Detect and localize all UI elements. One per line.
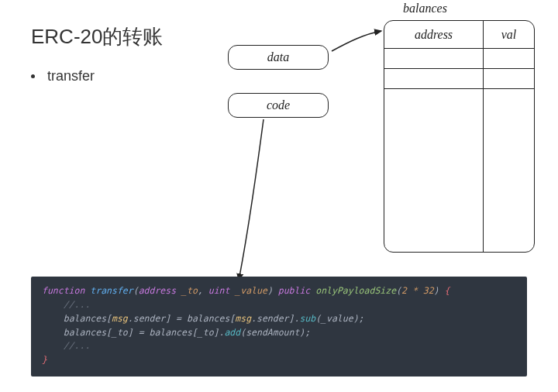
code-sender: .sender [128, 313, 165, 324]
comment-1: //... [64, 299, 91, 310]
comment-2: //... [64, 340, 91, 351]
table-row [384, 69, 483, 89]
code-text: (_value); [315, 313, 363, 324]
table-row [484, 49, 534, 69]
code-block: function transfer(address _to, uint _val… [31, 277, 527, 377]
code-sub: sub [299, 313, 315, 324]
title: ERC-20的转账 [31, 23, 163, 50]
type-address: address [139, 285, 176, 296]
fn-name: transfer [90, 285, 133, 296]
code-text: (sendAmount); [240, 327, 310, 338]
code-text: ] = balances[ [165, 313, 235, 324]
kw-function: function [42, 285, 84, 296]
table-row [384, 49, 483, 69]
code-text: ]. [289, 313, 300, 324]
table-row [484, 69, 534, 89]
code-box: code [228, 93, 329, 118]
modifier: onlyPayloadSize [315, 285, 396, 296]
code-add: add [224, 327, 240, 338]
param-value: _value [235, 285, 267, 296]
arrow-code-to-codeblock [239, 119, 264, 280]
code-text: balances[_to] = balances[_to]. [64, 327, 225, 338]
code-msg: msg [235, 313, 251, 324]
bullet-icon [31, 74, 35, 78]
balances-table: address val [384, 20, 535, 253]
kw-public: public [278, 285, 311, 296]
code-text: balances[ [64, 313, 112, 324]
column-header-val: val [484, 21, 534, 48]
code-sender: .sender [251, 313, 288, 324]
balances-label: balances [403, 2, 447, 15]
param-to: _to [181, 285, 198, 296]
column-header-address: address [384, 21, 484, 48]
arrow-data-to-table [332, 31, 381, 51]
bullet-item-transfer: transfer [31, 68, 95, 84]
type-uint: uint [208, 285, 230, 296]
bullet-text: transfer [47, 68, 95, 84]
modifier-arg: 2 * 32 [401, 285, 434, 296]
bullet-list: transfer [31, 68, 95, 84]
data-box: data [228, 45, 329, 70]
code-msg: msg [112, 313, 128, 324]
